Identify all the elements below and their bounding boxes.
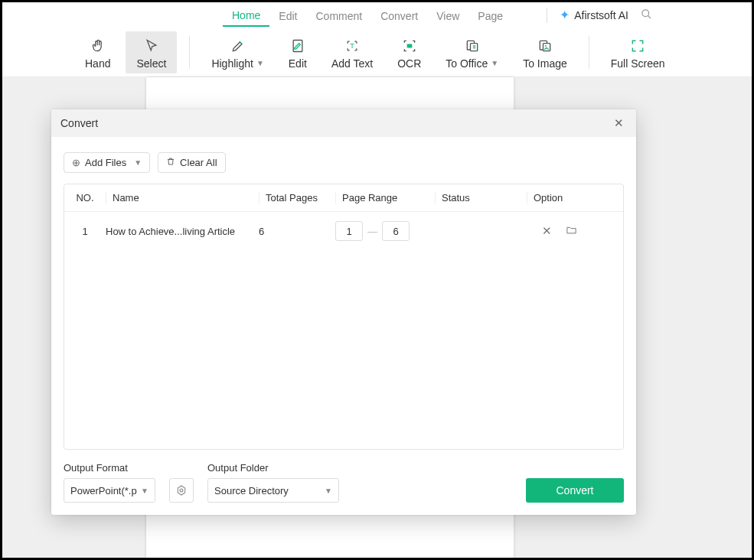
tool-full-screen-label: Full Screen	[611, 57, 665, 70]
gear-icon	[175, 484, 188, 497]
menu-comment[interactable]: Comment	[306, 5, 371, 26]
ocr-icon	[402, 37, 417, 54]
col-no: NO.	[64, 192, 106, 203]
col-status: Status	[435, 192, 527, 203]
tool-add-text[interactable]: T Add Text	[321, 31, 384, 73]
svg-point-0	[642, 10, 649, 17]
page-range-to-input[interactable]	[382, 221, 410, 241]
range-dash: —	[367, 226, 377, 237]
ai-button[interactable]: ✦ Afirstsoft AI	[555, 9, 633, 21]
toolbar-divider	[589, 36, 589, 69]
svg-rect-6	[470, 43, 477, 50]
cell-page-range: —	[335, 221, 435, 241]
svg-rect-4	[406, 44, 412, 47]
tool-select[interactable]: Select	[126, 31, 177, 73]
tool-full-screen[interactable]: Full Screen	[600, 31, 676, 73]
tool-ocr-label: OCR	[397, 57, 421, 70]
fullscreen-icon	[630, 37, 645, 54]
tool-hand[interactable]: Hand	[74, 31, 121, 73]
cell-no: 1	[64, 226, 106, 237]
highlighter-icon	[230, 37, 246, 54]
plus-circle-icon: ⊕	[72, 157, 80, 168]
dialog-title: Convert	[60, 117, 98, 129]
col-option: Option	[527, 192, 619, 203]
svg-rect-2	[293, 40, 302, 51]
sparkle-icon: ✦	[560, 9, 570, 21]
add-files-button[interactable]: ⊕ Add Files ▼	[64, 152, 150, 173]
tool-to-image[interactable]: To Image	[512, 31, 578, 73]
ai-label: Afirstsoft AI	[574, 9, 628, 21]
caret-down-icon: ▼	[325, 487, 332, 495]
tool-edit-label: Edit	[289, 57, 307, 70]
output-folder-value: Source Directory	[214, 485, 289, 497]
toolbar-divider	[189, 36, 190, 69]
cell-total-pages: 6	[259, 226, 335, 237]
search-icon[interactable]	[633, 8, 660, 22]
file-table: NO. Name Total Pages Page Range Status O…	[64, 184, 624, 450]
svg-point-9	[545, 45, 547, 47]
cursor-icon	[144, 37, 159, 54]
convert-dialog: Convert ✕ ⊕ Add Files ▼ Clear All NO. Na…	[51, 109, 636, 515]
file-table-head: NO. Name Total Pages Page Range Status O…	[64, 184, 623, 212]
to-office-icon	[465, 37, 480, 54]
tool-highlight[interactable]: Highlight ▼	[201, 31, 274, 73]
output-folder-label: Output Folder	[207, 462, 339, 474]
hand-icon	[90, 37, 106, 54]
add-text-icon: T	[344, 37, 360, 54]
toolbar: Hand Select Highlight ▼ Edit T Add Text …	[2, 28, 752, 77]
table-row: 1 How to Achieve...living Article 6 — ✕	[64, 212, 623, 249]
tool-to-office-label: To Office	[446, 57, 488, 70]
main-menu: Home Edit Comment Convert View Page ✦ Af…	[2, 2, 752, 28]
convert-button[interactable]: Convert	[526, 478, 624, 503]
caret-down-icon: ▼	[491, 59, 498, 67]
col-page-range: Page Range	[335, 192, 435, 203]
remove-row-icon[interactable]: ✕	[542, 224, 552, 238]
svg-line-1	[648, 16, 651, 19]
page-range-from-input[interactable]	[335, 221, 363, 241]
caret-down-icon: ▼	[256, 59, 264, 67]
svg-text:T: T	[350, 42, 354, 50]
dialog-header: Convert ✕	[51, 109, 636, 137]
col-name: Name	[106, 192, 259, 203]
tool-edit[interactable]: Edit	[278, 31, 318, 73]
menu-home[interactable]: Home	[223, 4, 269, 27]
svg-marker-10	[178, 486, 184, 495]
tool-to-image-label: To Image	[523, 57, 567, 70]
cell-option: ✕	[527, 224, 619, 238]
output-format-label: Output Format	[64, 462, 155, 474]
svg-point-11	[180, 489, 183, 492]
to-image-icon	[537, 37, 553, 54]
edit-page-icon	[290, 37, 305, 54]
menu-page[interactable]: Page	[468, 5, 512, 26]
open-folder-icon[interactable]	[566, 224, 577, 238]
output-format-select[interactable]: PowerPoint(*.p ▼	[64, 478, 155, 503]
clear-all-label: Clear All	[180, 157, 217, 168]
menu-convert[interactable]: Convert	[371, 5, 427, 26]
tool-select-label: Select	[136, 57, 166, 70]
svg-rect-8	[543, 43, 550, 50]
trash-icon	[166, 157, 175, 168]
cell-name: How to Achieve...living Article	[106, 226, 259, 237]
tool-hand-label: Hand	[85, 57, 110, 70]
menu-divider	[547, 8, 547, 23]
menu-view[interactable]: View	[427, 5, 468, 26]
output-folder-select[interactable]: Source Directory ▼	[207, 478, 339, 503]
caret-down-icon: ▼	[141, 487, 149, 495]
output-format-value: PowerPoint(*.p	[70, 485, 137, 497]
tool-add-text-label: Add Text	[331, 57, 373, 70]
caret-down-icon: ▼	[134, 158, 142, 167]
menu-edit[interactable]: Edit	[269, 5, 306, 26]
col-total-pages: Total Pages	[259, 192, 335, 203]
tool-to-office[interactable]: To Office ▼	[435, 31, 509, 73]
clear-all-button[interactable]: Clear All	[158, 152, 225, 173]
add-files-label: Add Files	[85, 157, 126, 168]
tool-ocr[interactable]: OCR	[387, 31, 432, 73]
output-format-settings-button[interactable]	[169, 478, 194, 503]
tool-highlight-label: Highlight	[211, 57, 253, 70]
close-icon[interactable]: ✕	[611, 113, 627, 133]
